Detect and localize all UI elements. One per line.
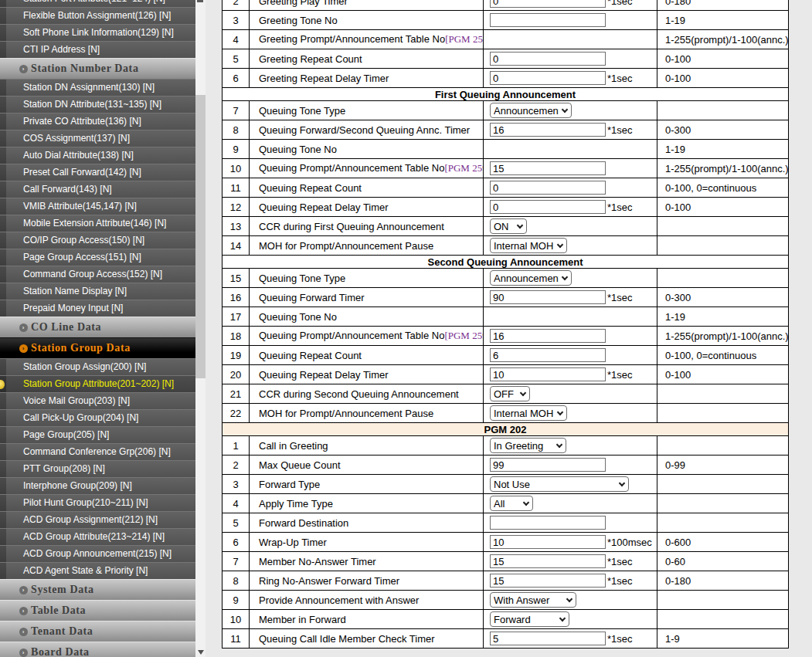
value-input[interactable] xyxy=(490,535,606,549)
attribute-cell: Queuing Tone No xyxy=(250,307,484,327)
sidebar-scrollbar[interactable] xyxy=(195,0,206,657)
value-select[interactable]: Announcement xyxy=(490,270,572,286)
attribute-label: Forward Type xyxy=(259,479,320,490)
value-input[interactable] xyxy=(490,52,606,66)
sidebar-item[interactable]: Station DN Assignment(130) [N] xyxy=(0,79,195,96)
value-select[interactable]: All xyxy=(490,496,533,511)
pgm-reference-link[interactable]: [PGM 259] xyxy=(444,162,483,174)
sidebar-item[interactable]: Private CO Attribute(136) [N] xyxy=(0,113,195,130)
pgm-reference-link[interactable]: [PGM 259] xyxy=(445,33,483,45)
value-select[interactable]: Announcement xyxy=(490,103,572,118)
sidebar-item[interactable]: Station Group Attribute(201~202) [N] xyxy=(0,375,195,392)
value-select[interactable]: Internal MOH xyxy=(490,238,567,253)
sidebar-item[interactable]: Call Forward(143) [N] xyxy=(0,181,195,198)
value-input[interactable] xyxy=(490,348,606,362)
sidebar-item[interactable]: ACD Group Attribute(213~214) [N] xyxy=(0,528,195,545)
value-input[interactable] xyxy=(490,367,606,381)
range-label xyxy=(657,269,789,288)
value-input[interactable] xyxy=(490,329,606,343)
sidebar-item[interactable]: Station Port Attribute(121~124) [N] xyxy=(0,0,195,7)
row-number: 19 xyxy=(223,346,250,365)
sidebar-item[interactable]: Station Name Display [N] xyxy=(0,283,195,300)
value-input[interactable] xyxy=(490,458,606,472)
sidebar-item[interactable]: Flexible Button Assignment(126) [N] xyxy=(0,7,195,24)
value-select[interactable]: ON xyxy=(490,218,527,234)
sidebar-section-header[interactable]: ›Station Group Data xyxy=(0,337,195,358)
value-cell: In Greeting xyxy=(484,436,657,455)
value-select[interactable]: With Answer xyxy=(490,592,576,608)
attribute-cell: Queuing Repeat Delay Timer xyxy=(250,198,484,217)
sidebar-item[interactable]: ACD Group Assignment(212) [N] xyxy=(0,511,195,528)
value-input[interactable] xyxy=(490,632,606,645)
attribute-cell: Queuing Forward/Second Queuing Annc. Tim… xyxy=(250,120,484,140)
sidebar-item[interactable]: Interphone Group(209) [N] xyxy=(0,477,195,494)
range-label: 0-300 xyxy=(657,120,789,140)
value-input[interactable] xyxy=(490,290,606,304)
value-input[interactable] xyxy=(490,0,606,8)
sidebar-item[interactable]: VMIB Attribute(145,147) [N] xyxy=(0,198,195,215)
sidebar-section-header[interactable]: ›Tenant Data xyxy=(0,621,195,642)
value-select[interactable]: OFF xyxy=(490,386,530,401)
sidebar-item[interactable]: Prepaid Money Input [N] xyxy=(0,300,195,317)
scrollbar-thumb[interactable] xyxy=(195,95,206,378)
value-cell: *1sec xyxy=(484,629,657,649)
section-bullet-icon: › xyxy=(19,586,28,594)
value-input[interactable] xyxy=(490,123,606,137)
sidebar-item[interactable]: Command Group Access(152) [N] xyxy=(0,266,195,283)
sidebar-section-header[interactable]: ›Station Number Data xyxy=(0,58,195,79)
value-input[interactable] xyxy=(490,574,606,588)
sidebar-item[interactable]: CTI IP Address [N] xyxy=(0,41,195,58)
value-select[interactable]: Forward xyxy=(490,611,569,627)
attribute-label: Greeting Play Timer xyxy=(259,0,348,7)
sidebar-section-header[interactable]: ›Board Data xyxy=(0,642,195,657)
sidebar-item[interactable]: COS Assignment(137) [N] xyxy=(0,130,195,147)
attribute-cell: Provide Announcement with Answer xyxy=(250,591,484,610)
sidebar-item[interactable]: Soft Phone Link Information(129) [N] xyxy=(0,24,195,41)
sidebar-item[interactable]: ACD Group Announcement(215) [N] xyxy=(0,545,195,562)
value-input[interactable] xyxy=(490,516,606,530)
table-row: 14MOH for Prompt/Announcement PauseInter… xyxy=(223,236,789,256)
sidebar-item[interactable]: Command Conference Grp(206) [N] xyxy=(0,443,195,460)
value-input[interactable] xyxy=(490,200,606,214)
sidebar-item[interactable]: Call Pick-Up Group(204) [N] xyxy=(0,409,195,426)
sidebar-item[interactable]: Page Group(205) [N] xyxy=(0,426,195,443)
range-label xyxy=(657,236,789,256)
pgm-reference-link[interactable]: [PGM 259] xyxy=(444,330,483,341)
sidebar-item[interactable]: ACD Agent State & Priority [N] xyxy=(0,562,195,579)
value-input[interactable] xyxy=(490,554,606,568)
attribute-cell: Queuing Repeat Count xyxy=(250,346,484,365)
row-number: 17 xyxy=(223,307,250,327)
sidebar-item-label: Station Port Attribute(121~124) [N] xyxy=(23,0,165,4)
sidebar-section-header[interactable]: ›Table Data xyxy=(0,600,195,621)
sidebar-item-label: Command Conference Grp(206) [N] xyxy=(23,446,171,457)
attribute-label: Member No-Answer Timer xyxy=(259,556,376,567)
table-row: 17Queuing Tone No1-19 xyxy=(223,307,789,327)
section-title: PGM 202 xyxy=(223,423,789,436)
scroll-down-icon[interactable] xyxy=(197,649,204,655)
value-select[interactable]: Not Use xyxy=(490,476,629,492)
sidebar-section-label: Tenant Data xyxy=(31,625,93,637)
sidebar-section-header[interactable]: ›CO Line Data xyxy=(0,317,195,337)
value-cell: *1sec xyxy=(484,198,657,217)
sidebar-item[interactable]: Page Group Access(151) [N] xyxy=(0,249,195,266)
sidebar-item-label: Prepaid Money Input [N] xyxy=(23,303,123,313)
value-input[interactable] xyxy=(490,13,606,27)
value-input[interactable] xyxy=(490,181,606,195)
sidebar-item[interactable]: Mobile Extension Attribute(146) [N] xyxy=(0,215,195,232)
sidebar-item[interactable]: Preset Call Forward(142) [N] xyxy=(0,164,195,181)
sidebar-item[interactable]: Auto Dial Attribute(138) [N] xyxy=(0,147,195,164)
value-select[interactable]: In Greeting xyxy=(490,438,566,453)
sidebar-item[interactable]: CO/IP Group Access(150) [N] xyxy=(0,232,195,249)
value-select[interactable]: Internal MOH xyxy=(490,405,567,421)
sidebar-item-label: Mobile Extension Attribute(146) [N] xyxy=(23,218,166,229)
table-row: 1Call in GreetingIn Greeting xyxy=(223,436,789,455)
sidebar-item[interactable]: Station Group Assign(200) [N] xyxy=(0,358,195,375)
scroll-up-icon[interactable] xyxy=(197,0,203,2)
sidebar-item[interactable]: Voice Mail Group(203) [N] xyxy=(0,392,195,409)
value-input[interactable] xyxy=(490,71,606,85)
sidebar-item[interactable]: PTT Group(208) [N] xyxy=(0,460,195,477)
sidebar-item[interactable]: Station DN Attribute(131~135) [N] xyxy=(0,96,195,113)
sidebar-section-header[interactable]: ›System Data xyxy=(0,579,195,600)
value-input[interactable] xyxy=(490,161,606,175)
sidebar-item[interactable]: Pilot Hunt Group(210~211) [N] xyxy=(0,494,195,511)
